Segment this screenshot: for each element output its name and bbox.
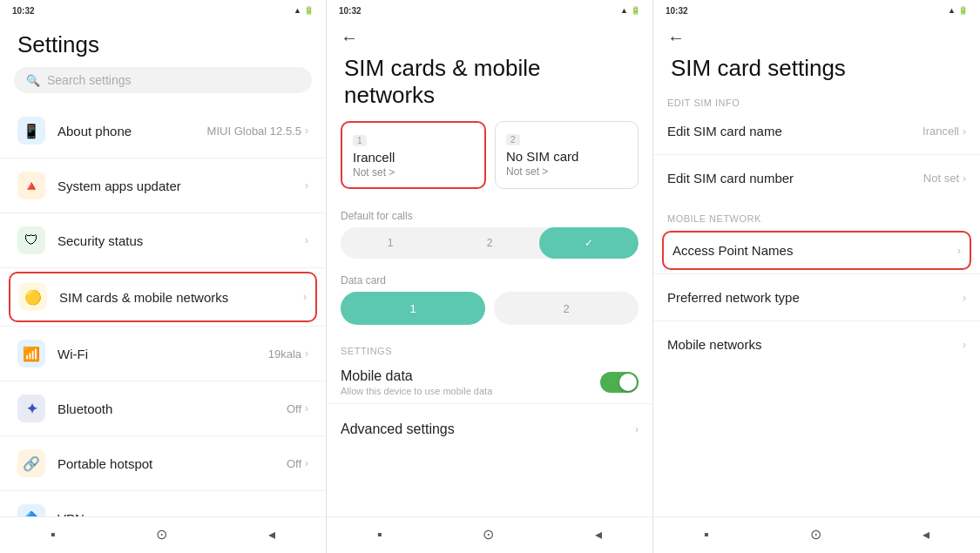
settings-title: Settings bbox=[0, 19, 326, 67]
menu-item-hotspot[interactable]: 🔗 Portable hotspot Off › bbox=[0, 438, 326, 489]
panel-sim-settings: 10:32 ▲ 🔋 ← SIM card settings EDIT SIM I… bbox=[653, 0, 980, 553]
status-time-1: 10:32 bbox=[12, 6, 35, 16]
access-point-names-label: Access Point Names bbox=[672, 243, 957, 258]
chevron-icon: › bbox=[963, 172, 966, 185]
sim-num-1: 1 bbox=[353, 135, 367, 146]
hotspot-value: Off bbox=[287, 457, 301, 470]
sim-name-2: No SIM card bbox=[506, 149, 627, 164]
signal-icon: ▲ bbox=[948, 6, 956, 15]
about-phone-value: MIUI Global 12.5.5 bbox=[207, 125, 301, 138]
nav-square[interactable]: ▪ bbox=[51, 527, 56, 543]
chevron-icon: › bbox=[963, 125, 966, 138]
status-bar-1: 10:32 ▲ 🔋 bbox=[0, 0, 326, 19]
signal-icon: ▲ bbox=[294, 6, 301, 15]
preferred-network-type-row[interactable]: Preferred network type › bbox=[653, 278, 980, 317]
bottom-nav-3: ▪ ⊙ ◂ bbox=[653, 516, 980, 553]
settings-content: Settings 🔍 Search settings 📱 About phone… bbox=[0, 19, 326, 516]
back-button-2[interactable]: ← bbox=[327, 19, 652, 51]
sim-cards-content: SIM cards & mobile networks 1 Irancell N… bbox=[327, 51, 652, 516]
chevron-icon: › bbox=[305, 402, 308, 415]
sim-cards-title: SIM cards & mobile networks bbox=[327, 51, 652, 121]
access-point-names-row[interactable]: Access Point Names › bbox=[664, 233, 970, 268]
bluetooth-label: Bluetooth bbox=[57, 401, 287, 416]
vpn-label: VPN bbox=[57, 511, 305, 517]
chevron-icon: › bbox=[963, 292, 966, 304]
sim-num-2: 2 bbox=[506, 134, 520, 145]
nav-home[interactable]: ⊙ bbox=[810, 526, 821, 543]
about-phone-label: About phone bbox=[57, 124, 207, 138]
edit-sim-number-row[interactable]: Edit SIM card number Not set › bbox=[653, 158, 980, 198]
edit-sim-name-row[interactable]: Edit SIM card name Irancell › bbox=[653, 111, 980, 151]
status-bar-3: 10:32 ▲ 🔋 bbox=[653, 0, 980, 19]
calls-btn-selected[interactable]: ✓ bbox=[539, 227, 639, 259]
nav-back[interactable]: ◂ bbox=[923, 526, 929, 543]
menu-item-system-apps[interactable]: 🔺 System apps updater › bbox=[0, 160, 326, 211]
about-phone-icon: 📱 bbox=[17, 117, 45, 145]
chevron-icon: › bbox=[305, 347, 308, 360]
sim-cards-icon: 🟡 bbox=[19, 283, 47, 311]
mobile-networks-row[interactable]: Mobile networks › bbox=[653, 325, 980, 364]
edit-sim-number-label: Edit SIM card number bbox=[667, 171, 923, 185]
sim-name-1: Irancell bbox=[353, 150, 474, 165]
nav-home[interactable]: ⊙ bbox=[483, 526, 494, 543]
nav-home[interactable]: ⊙ bbox=[156, 526, 167, 543]
search-bar[interactable]: 🔍 Search settings bbox=[14, 67, 312, 93]
menu-item-bluetooth[interactable]: ✦ Bluetooth Off › bbox=[0, 383, 326, 434]
vpn-icon: 🔷 bbox=[17, 504, 45, 516]
battery-icon: 🔋 bbox=[631, 6, 640, 15]
sim-cards-row: 1 Irancell Not set > 2 No SIM card Not s… bbox=[327, 121, 652, 201]
nav-back[interactable]: ◂ bbox=[268, 526, 275, 543]
sim-card-2[interactable]: 2 No SIM card Not set > bbox=[495, 121, 639, 189]
system-apps-icon: 🔺 bbox=[17, 172, 45, 199]
data-card-btn-2[interactable]: 2 bbox=[494, 292, 639, 325]
signal-icon: ▲ bbox=[620, 6, 628, 15]
sim-cards-label: SIM cards & mobile networks bbox=[59, 290, 303, 305]
security-icon: 🛡 bbox=[17, 226, 45, 254]
chevron-icon: › bbox=[305, 179, 308, 192]
chevron-icon: › bbox=[305, 125, 308, 137]
calls-btn-1[interactable]: 1 bbox=[341, 227, 440, 259]
menu-item-about-phone[interactable]: 📱 About phone MIUI Global 12.5.5 › bbox=[0, 105, 326, 156]
edit-sim-name-value: Irancell bbox=[923, 125, 959, 138]
nav-square[interactable]: ▪ bbox=[704, 527, 709, 543]
mobile-data-toggle[interactable] bbox=[600, 372, 639, 393]
back-button-3[interactable]: ← bbox=[653, 19, 980, 51]
search-icon: 🔍 bbox=[26, 74, 40, 87]
menu-item-vpn[interactable]: 🔷 VPN › bbox=[0, 493, 326, 516]
calls-btn-2[interactable]: 2 bbox=[440, 227, 539, 259]
menu-item-security-status[interactable]: 🛡 Security status › bbox=[0, 215, 326, 266]
default-calls-label: Default for calls bbox=[327, 201, 652, 227]
preferred-network-type-label: Preferred network type bbox=[667, 290, 963, 305]
status-bar-2: 10:32 ▲ 🔋 bbox=[327, 0, 652, 19]
wifi-icon: 📶 bbox=[17, 340, 45, 368]
nav-square[interactable]: ▪ bbox=[377, 527, 382, 543]
mobile-data-text: Mobile data Allow this device to use mob… bbox=[341, 368, 600, 396]
nav-back[interactable]: ◂ bbox=[595, 526, 602, 543]
bluetooth-value: Off bbox=[287, 402, 301, 415]
wifi-value: 19kala bbox=[268, 347, 301, 361]
panel-sim-cards: 10:32 ▲ 🔋 ← SIM cards & mobile networks … bbox=[327, 0, 653, 553]
status-icons-3: ▲ 🔋 bbox=[948, 6, 968, 15]
mobile-networks-label: Mobile networks bbox=[667, 337, 963, 352]
status-time-2: 10:32 bbox=[339, 6, 362, 16]
chevron-icon: › bbox=[957, 245, 961, 257]
advanced-settings-label: Advanced settings bbox=[341, 421, 635, 437]
hotspot-label: Portable hotspot bbox=[57, 456, 287, 471]
edit-sim-name-label: Edit SIM card name bbox=[667, 124, 923, 138]
data-card-btn-1[interactable]: 1 bbox=[341, 292, 485, 325]
battery-icon: 🔋 bbox=[958, 6, 968, 15]
menu-item-wifi[interactable]: 📶 Wi-Fi 19kala › bbox=[0, 328, 326, 379]
security-status-label: Security status bbox=[57, 233, 305, 248]
advanced-settings-chevron: › bbox=[635, 423, 639, 435]
bluetooth-icon: ✦ bbox=[17, 395, 45, 422]
data-card-label: Data card bbox=[327, 269, 652, 292]
menu-item-sim-cards[interactable]: 🟡 SIM cards & mobile networks › bbox=[10, 273, 315, 320]
calls-selector: 1 2 ✓ bbox=[341, 227, 639, 259]
sim-settings-title: SIM card settings bbox=[653, 51, 980, 91]
chevron-icon: › bbox=[305, 512, 308, 516]
advanced-settings-row[interactable]: Advanced settings › bbox=[327, 408, 652, 451]
mobile-data-row: Mobile data Allow this device to use mob… bbox=[327, 360, 652, 400]
mobile-data-subtitle: Allow this device to use mobile data bbox=[341, 386, 600, 396]
sim-card-1[interactable]: 1 Irancell Not set > bbox=[341, 121, 486, 189]
chevron-icon: › bbox=[963, 339, 966, 351]
